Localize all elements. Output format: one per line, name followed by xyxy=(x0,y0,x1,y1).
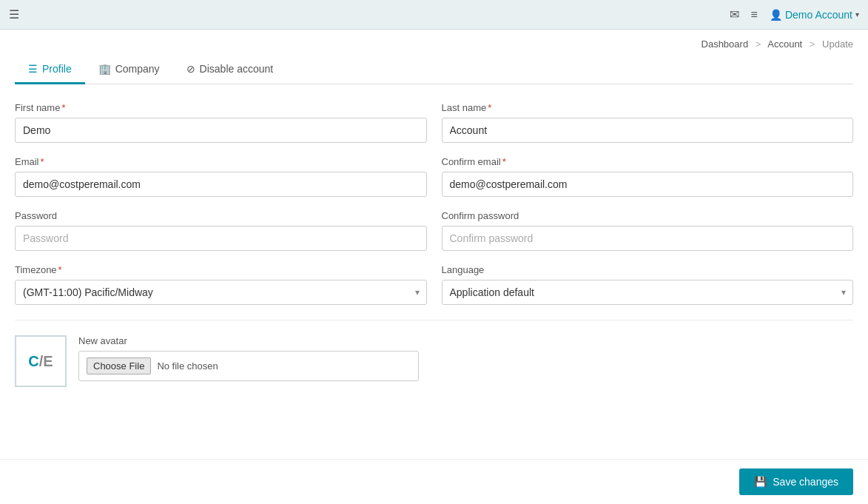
form-group-language: Language Application default ▾ xyxy=(442,264,854,305)
confirm-password-label: Confirm password xyxy=(442,210,854,221)
hamburger-icon[interactable]: ☰ xyxy=(9,7,19,21)
breadcrumb-sep-2: > xyxy=(810,38,815,50)
email-label: Email* xyxy=(15,156,427,167)
tab-profile[interactable]: ☰ Profile xyxy=(15,56,85,84)
breadcrumb-sep-1: > xyxy=(756,38,761,50)
navbar: ☰ ✉ ≡ 👤 Demo Account ▾ xyxy=(0,0,868,30)
choose-file-button[interactable]: Choose File xyxy=(87,357,151,374)
form-row-email: Email* Confirm email* xyxy=(15,156,853,197)
avatar-section: C/E New avatar Choose File No file chose… xyxy=(15,335,853,387)
password-label: Password xyxy=(15,210,427,221)
password-input[interactable] xyxy=(15,226,427,251)
form-group-password: Password xyxy=(15,210,427,251)
avatar-upload-section: New avatar Choose File No file chosen xyxy=(78,335,419,381)
main-content: Dashboard > Account > Update ☰ Profile 🏢… xyxy=(0,30,868,504)
breadcrumb: Dashboard > Account > Update xyxy=(15,30,853,56)
breadcrumb-dashboard[interactable]: Dashboard xyxy=(702,38,749,50)
tab-disable-label: Disable account xyxy=(200,63,274,75)
email-icon[interactable]: ✉ xyxy=(730,7,739,21)
file-no-chosen-text: No file chosen xyxy=(157,360,218,372)
timezone-label: Timezone* xyxy=(15,264,427,275)
form-group-timezone: Timezone* (GMT-11:00) Pacific/Midway ▾ xyxy=(15,264,427,305)
timezone-select-wrapper: (GMT-11:00) Pacific/Midway ▾ xyxy=(15,280,427,305)
tab-profile-label: Profile xyxy=(42,63,72,75)
save-changes-label: Save changes xyxy=(773,476,838,488)
file-input-wrapper: Choose File No file chosen xyxy=(78,351,419,381)
language-select[interactable]: Application default xyxy=(442,280,854,305)
email-input[interactable] xyxy=(15,172,427,197)
form-group-first-name: First name* xyxy=(15,102,427,143)
tab-company-icon: 🏢 xyxy=(98,63,111,75)
save-bar: 💾 Save changes xyxy=(0,459,868,504)
confirm-email-label: Confirm email* xyxy=(442,156,854,167)
user-menu-label: Demo Account xyxy=(785,9,852,21)
tabs: ☰ Profile 🏢 Company ⊘ Disable account xyxy=(15,56,853,84)
tab-disable-account[interactable]: ⊘ Disable account xyxy=(173,56,287,84)
avatar-e: E xyxy=(43,353,53,370)
form-group-confirm-password: Confirm password xyxy=(442,210,854,251)
last-name-label: Last name* xyxy=(442,102,854,113)
form-row-names: First name* Last name* xyxy=(15,102,853,143)
avatar: C/E xyxy=(15,335,67,387)
profile-form: First name* Last name* Email* C xyxy=(15,102,853,387)
save-changes-button[interactable]: 💾 Save changes xyxy=(739,468,853,495)
language-select-wrapper: Application default ▾ xyxy=(442,280,854,305)
user-menu[interactable]: 👤 Demo Account ▾ xyxy=(770,9,859,21)
form-group-email: Email* xyxy=(15,156,427,197)
list-icon[interactable]: ≡ xyxy=(751,8,758,21)
confirm-password-input[interactable] xyxy=(442,226,854,251)
form-group-last-name: Last name* xyxy=(442,102,854,143)
first-name-input[interactable] xyxy=(15,118,427,143)
tab-profile-icon: ☰ xyxy=(28,63,38,75)
save-icon: 💾 xyxy=(754,476,767,488)
first-name-label: First name* xyxy=(15,102,427,113)
tab-company[interactable]: 🏢 Company xyxy=(85,56,173,84)
user-menu-arrow-icon: ▾ xyxy=(855,10,859,19)
form-row-timezone: Timezone* (GMT-11:00) Pacific/Midway ▾ L… xyxy=(15,264,853,305)
form-group-confirm-email: Confirm email* xyxy=(442,156,854,197)
form-divider xyxy=(15,320,853,320)
timezone-select[interactable]: (GMT-11:00) Pacific/Midway xyxy=(15,280,427,305)
breadcrumb-current: Update xyxy=(822,38,853,50)
confirm-email-input[interactable] xyxy=(442,172,854,197)
avatar-label: New avatar xyxy=(78,335,419,346)
avatar-c: C xyxy=(28,353,38,370)
tab-company-label: Company xyxy=(115,63,160,75)
user-icon: 👤 xyxy=(770,9,782,21)
language-label: Language xyxy=(442,264,854,275)
last-name-input[interactable] xyxy=(442,118,854,143)
tab-disable-icon: ⊘ xyxy=(186,63,195,75)
form-row-password: Password Confirm password xyxy=(15,210,853,251)
breadcrumb-account[interactable]: Account xyxy=(767,38,802,50)
